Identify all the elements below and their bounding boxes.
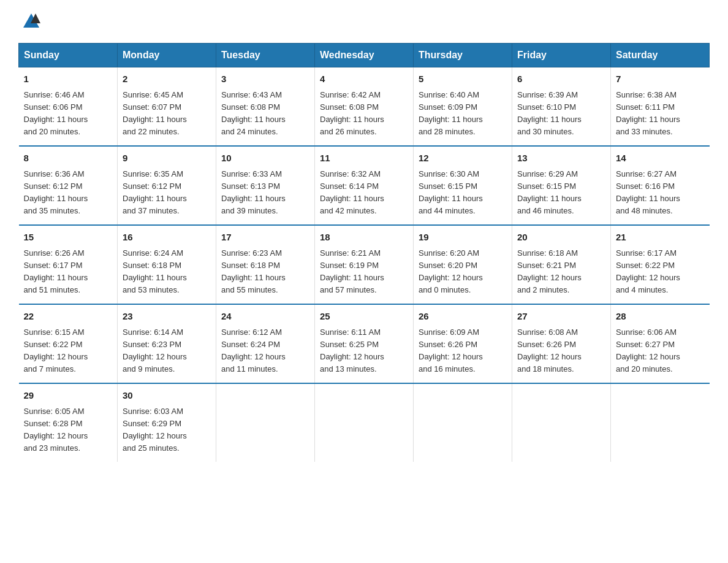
calendar-day-cell: 30 Sunrise: 6:03 AMSunset: 6:29 PMDaylig… [118,383,216,462]
calendar-day-cell: 24 Sunrise: 6:12 AMSunset: 6:24 PMDaylig… [216,304,315,383]
day-number: 11 [320,151,408,166]
calendar-day-cell [414,383,512,462]
day-number: 8 [24,151,113,166]
calendar-week-row: 22 Sunrise: 6:15 AMSunset: 6:22 PMDaylig… [19,304,710,383]
day-info: Sunrise: 6:40 AMSunset: 6:09 PMDaylight:… [419,90,483,136]
day-info: Sunrise: 6:06 AMSunset: 6:27 PMDaylight:… [616,327,680,373]
logo [18,12,43,31]
day-info: Sunrise: 6:36 AMSunset: 6:12 PMDaylight:… [24,169,88,215]
calendar-week-row: 29 Sunrise: 6:05 AMSunset: 6:28 PMDaylig… [19,383,710,462]
day-info: Sunrise: 6:33 AMSunset: 6:13 PMDaylight:… [221,169,286,215]
calendar-week-row: 1 Sunrise: 6:46 AMSunset: 6:06 PMDayligh… [19,67,710,147]
calendar-day-cell: 22 Sunrise: 6:15 AMSunset: 6:22 PMDaylig… [19,304,118,383]
day-info: Sunrise: 6:12 AMSunset: 6:24 PMDaylight:… [221,327,286,373]
day-number: 26 [419,310,507,324]
calendar-day-cell: 13 Sunrise: 6:29 AMSunset: 6:15 PMDaylig… [512,146,611,225]
col-header-tuesday: Tuesday [216,44,315,67]
day-info: Sunrise: 6:24 AMSunset: 6:18 PMDaylight:… [123,248,187,294]
day-number: 10 [221,151,309,166]
day-number: 27 [517,310,605,324]
calendar-header-row: Sunday Monday Tuesday Wednesday Thursday… [19,44,710,67]
day-number: 19 [419,231,507,245]
day-number: 28 [616,310,705,324]
day-info: Sunrise: 6:14 AMSunset: 6:23 PMDaylight:… [123,327,187,373]
day-info: Sunrise: 6:03 AMSunset: 6:29 PMDaylight:… [123,407,187,453]
calendar-day-cell: 5 Sunrise: 6:40 AMSunset: 6:09 PMDayligh… [414,67,512,147]
page-header [18,12,710,31]
day-info: Sunrise: 6:17 AMSunset: 6:22 PMDaylight:… [616,248,680,294]
calendar-day-cell: 3 Sunrise: 6:43 AMSunset: 6:08 PMDayligh… [216,67,315,147]
calendar-day-cell: 21 Sunrise: 6:17 AMSunset: 6:22 PMDaylig… [611,225,710,304]
day-info: Sunrise: 6:27 AMSunset: 6:16 PMDaylight:… [616,169,680,215]
day-info: Sunrise: 6:30 AMSunset: 6:15 PMDaylight:… [419,169,483,215]
day-info: Sunrise: 6:21 AMSunset: 6:19 PMDaylight:… [320,248,384,294]
calendar-day-cell: 19 Sunrise: 6:20 AMSunset: 6:20 PMDaylig… [414,225,512,304]
calendar-day-cell: 29 Sunrise: 6:05 AMSunset: 6:28 PMDaylig… [19,383,118,462]
calendar-day-cell: 11 Sunrise: 6:32 AMSunset: 6:14 PMDaylig… [315,146,414,225]
day-number: 14 [616,151,705,166]
calendar-day-cell [315,383,414,462]
calendar-day-cell: 23 Sunrise: 6:14 AMSunset: 6:23 PMDaylig… [118,304,216,383]
day-info: Sunrise: 6:08 AMSunset: 6:26 PMDaylight:… [517,327,582,373]
day-info: Sunrise: 6:46 AMSunset: 6:06 PMDaylight:… [24,90,88,136]
day-info: Sunrise: 6:20 AMSunset: 6:20 PMDaylight:… [419,248,483,294]
day-number: 30 [123,389,211,403]
day-number: 12 [419,151,507,166]
calendar-day-cell: 26 Sunrise: 6:09 AMSunset: 6:26 PMDaylig… [414,304,512,383]
day-number: 17 [221,231,309,245]
day-info: Sunrise: 6:09 AMSunset: 6:26 PMDaylight:… [419,327,483,373]
calendar-day-cell: 17 Sunrise: 6:23 AMSunset: 6:18 PMDaylig… [216,225,315,304]
calendar-day-cell: 14 Sunrise: 6:27 AMSunset: 6:16 PMDaylig… [611,146,710,225]
calendar-day-cell: 15 Sunrise: 6:26 AMSunset: 6:17 PMDaylig… [19,225,118,304]
day-info: Sunrise: 6:35 AMSunset: 6:12 PMDaylight:… [123,169,187,215]
day-number: 2 [123,72,211,86]
day-number: 13 [517,151,605,166]
day-number: 29 [24,389,113,403]
calendar-day-cell: 2 Sunrise: 6:45 AMSunset: 6:07 PMDayligh… [118,67,216,147]
day-info: Sunrise: 6:18 AMSunset: 6:21 PMDaylight:… [517,248,582,294]
day-info: Sunrise: 6:38 AMSunset: 6:11 PMDaylight:… [616,90,680,136]
calendar-body: 1 Sunrise: 6:46 AMSunset: 6:06 PMDayligh… [19,67,710,462]
calendar-day-cell: 12 Sunrise: 6:30 AMSunset: 6:15 PMDaylig… [414,146,512,225]
day-number: 20 [517,231,605,245]
day-number: 16 [123,231,211,245]
day-info: Sunrise: 6:26 AMSunset: 6:17 PMDaylight:… [24,248,88,294]
calendar-day-cell: 7 Sunrise: 6:38 AMSunset: 6:11 PMDayligh… [611,67,710,147]
calendar-day-cell: 16 Sunrise: 6:24 AMSunset: 6:18 PMDaylig… [118,225,216,304]
day-number: 22 [24,310,113,324]
day-number: 24 [221,310,309,324]
day-number: 7 [616,72,705,86]
calendar-day-cell: 20 Sunrise: 6:18 AMSunset: 6:21 PMDaylig… [512,225,611,304]
logo-icon [22,12,40,31]
day-info: Sunrise: 6:05 AMSunset: 6:28 PMDaylight:… [24,407,88,453]
day-number: 25 [320,310,408,324]
day-number: 4 [320,72,408,86]
day-info: Sunrise: 6:45 AMSunset: 6:07 PMDaylight:… [123,90,187,136]
calendar-day-cell: 8 Sunrise: 6:36 AMSunset: 6:12 PMDayligh… [19,146,118,225]
calendar-day-cell: 25 Sunrise: 6:11 AMSunset: 6:25 PMDaylig… [315,304,414,383]
calendar-week-row: 8 Sunrise: 6:36 AMSunset: 6:12 PMDayligh… [19,146,710,225]
day-info: Sunrise: 6:42 AMSunset: 6:08 PMDaylight:… [320,90,384,136]
day-number: 15 [24,231,113,245]
day-info: Sunrise: 6:43 AMSunset: 6:08 PMDaylight:… [221,90,286,136]
day-number: 3 [221,72,309,86]
col-header-sunday: Sunday [19,44,118,67]
col-header-saturday: Saturday [611,44,710,67]
calendar-day-cell: 10 Sunrise: 6:33 AMSunset: 6:13 PMDaylig… [216,146,315,225]
calendar-day-cell [611,383,710,462]
calendar-day-cell: 6 Sunrise: 6:39 AMSunset: 6:10 PMDayligh… [512,67,611,147]
calendar-day-cell: 1 Sunrise: 6:46 AMSunset: 6:06 PMDayligh… [19,67,118,147]
calendar-day-cell: 4 Sunrise: 6:42 AMSunset: 6:08 PMDayligh… [315,67,414,147]
col-header-wednesday: Wednesday [315,44,414,67]
day-number: 9 [123,151,211,166]
col-header-monday: Monday [118,44,216,67]
day-number: 6 [517,72,605,86]
day-info: Sunrise: 6:32 AMSunset: 6:14 PMDaylight:… [320,169,384,215]
day-info: Sunrise: 6:39 AMSunset: 6:10 PMDaylight:… [517,90,582,136]
calendar-day-cell [216,383,315,462]
calendar-day-cell: 18 Sunrise: 6:21 AMSunset: 6:19 PMDaylig… [315,225,414,304]
day-info: Sunrise: 6:15 AMSunset: 6:22 PMDaylight:… [24,327,88,373]
day-info: Sunrise: 6:23 AMSunset: 6:18 PMDaylight:… [221,248,286,294]
calendar-week-row: 15 Sunrise: 6:26 AMSunset: 6:17 PMDaylig… [19,225,710,304]
calendar-table: Sunday Monday Tuesday Wednesday Thursday… [18,43,710,462]
